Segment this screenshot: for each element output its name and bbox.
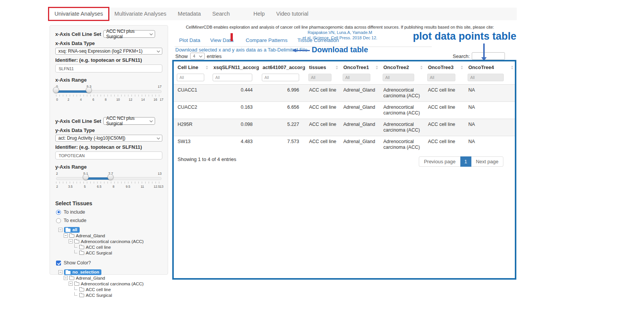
tree-node-adrenal-gland[interactable]: Adrenal_Gland: [64, 233, 162, 238]
exclude-radio-row[interactable]: To exclude: [56, 218, 162, 223]
collapse-icon[interactable]: [64, 276, 68, 280]
y-cell-line-set-select[interactable]: ACC NCI plus Surgical: [103, 117, 155, 125]
tree-node-acc-surgical[interactable]: ACC Surgical: [74, 292, 162, 298]
column-header-oncotree4[interactable]: OncoTree4: [465, 61, 515, 72]
x-data-type-select[interactable]: xsq: RNA-seq Expression (log2 FPKM+1): [55, 48, 162, 55]
exclude-radio[interactable]: [56, 218, 61, 223]
tree-node-all[interactable]: all: [58, 227, 162, 233]
y-data-type-select[interactable]: act: Drug Activity (-log10[IC50M]): [55, 135, 162, 142]
filter-input-oncotree4[interactable]: [468, 74, 504, 81]
tab-tissue-correlation[interactable]: Tissue Correlation: [297, 37, 339, 43]
nav-item-search[interactable]: Search: [207, 8, 235, 20]
selected-value: xsq: RNA-seq Expression (log2 FPKM+1): [58, 48, 143, 54]
plot-data-table: Cell Line xsqSLFN11_accorg act641007_acc…: [174, 61, 515, 153]
y-range-label: y-Axis Range: [55, 164, 162, 170]
column-header-oncotree3[interactable]: OncoTree3: [424, 61, 465, 72]
table-row-sw13[interactable]: SW13 4.483 7.573 ACC cell line Adrenal_G…: [174, 136, 515, 153]
column-header-act641007[interactable]: act641007_accorg: [259, 61, 305, 72]
entries-count-select[interactable]: 4: [190, 53, 205, 60]
column-header-oncotree1[interactable]: OncoTree1: [340, 61, 380, 72]
next-page-button[interactable]: Next page: [471, 156, 503, 167]
chevron-down-icon: [157, 49, 160, 52]
chevron-down-icon: [149, 119, 152, 122]
page-number-button[interactable]: 1: [460, 156, 471, 167]
search-label: Search:: [453, 53, 470, 59]
chevron-down-icon: [157, 136, 160, 139]
tab-view-data[interactable]: View Data: [210, 37, 236, 43]
show-entries-control: Show 4 entries: [175, 53, 222, 60]
tree-node-acc-cell-line[interactable]: ACC cell line: [74, 287, 162, 292]
slider-handle-low[interactable]: [53, 87, 59, 93]
slider-handle-high[interactable]: [107, 174, 114, 180]
x-cell-line-set-select[interactable]: ACC NCI plus Surgical: [103, 30, 155, 38]
table-filter-row: [174, 72, 515, 85]
tree-node-acc-cell-line[interactable]: ACC cell line: [74, 244, 162, 250]
left-arrow-icon: [292, 48, 310, 52]
filter-input-oncotree2[interactable]: [383, 74, 414, 81]
selected-value: ACC NCI plus Surgical: [106, 29, 150, 39]
collapse-icon[interactable]: [64, 233, 68, 238]
tree-node-no-selection[interactable]: no_selection: [58, 269, 162, 275]
plot-data-table-container: Cell Line xsqSLFN11_accorg act641007_acc…: [172, 60, 516, 280]
filter-input-act641007[interactable]: [262, 74, 299, 81]
tab-plot-data[interactable]: Plot Data: [179, 37, 200, 43]
y-identifier-input[interactable]: [55, 151, 162, 159]
filter-input-oncotree3[interactable]: [427, 74, 455, 81]
controls-sidebar: x-Axis Cell Line Set ACC NCI plus Surgic…: [50, 25, 168, 275]
slider-track[interactable]: [56, 90, 162, 93]
y-range-min-value: 2: [56, 172, 58, 175]
table-row-cuacc2[interactable]: CUACC2 0.163 6.656 ACC cell line Adrenal…: [174, 102, 515, 119]
column-header-oncotree2[interactable]: OncoTree2: [380, 61, 424, 72]
collapse-icon[interactable]: [69, 282, 73, 286]
table-row-cuacc1[interactable]: CUACC1 0.444 6.996 ACC cell line Adrenal…: [174, 85, 515, 102]
nav-item-multivariate-analyses[interactable]: Multivariate Analyses: [109, 8, 172, 20]
collapse-icon[interactable]: [58, 228, 62, 232]
pagination: Previous page 1 Next page: [419, 156, 503, 167]
slider-selected-range: [86, 177, 111, 180]
filter-input-tissues[interactable]: [308, 74, 332, 81]
column-header-tissues[interactable]: tissues: [305, 61, 340, 72]
selected-value: act: Drug Activity (-log10[IC50M]): [58, 135, 125, 141]
tissue-include-tree: all Adrenal_Gland Adrenocortical carcino…: [58, 227, 162, 256]
slider-tick-marks: [56, 95, 162, 97]
filter-input-xsqslfn11[interactable]: [213, 74, 252, 81]
tree-connector: [74, 292, 77, 296]
tree-node-acc-carcinoma[interactable]: Adrenocortical carcinoma (ACC): [69, 281, 162, 287]
table-info-text: Showing 1 to 4 of 4 entries: [178, 156, 236, 162]
column-header-xsqslfn11[interactable]: xsqSLFN11_accorg: [210, 61, 259, 72]
table-row-h295r[interactable]: H295R 0.098 5.227 ACC cell line Adrenal_…: [174, 119, 515, 136]
nav-item-univariate-analyses[interactable]: Univariate Analyses: [49, 8, 109, 20]
tree-node-adrenal-gland[interactable]: Adrenal_Gland: [64, 275, 162, 281]
include-radio-row[interactable]: To include: [56, 209, 162, 215]
download-tab-delimited-link[interactable]: Download selected x and y axis data as a…: [175, 47, 308, 53]
column-header-cell-line[interactable]: Cell Line: [174, 61, 210, 72]
show-color-checkbox[interactable]: [56, 261, 61, 266]
slider-handle-low[interactable]: [83, 174, 89, 180]
filter-input-oncotree1[interactable]: [343, 74, 370, 81]
table-search-input[interactable]: [472, 52, 505, 60]
filter-input-cell-line[interactable]: [177, 74, 204, 81]
slider-tick-labels: 2 3.5 5 6.5 8 9.5 11 12.5 13: [56, 185, 162, 189]
nav-item-metadata[interactable]: Metadata: [172, 8, 207, 20]
include-radio[interactable]: [56, 210, 61, 215]
x-identifier-input[interactable]: [55, 64, 162, 72]
show-color-row[interactable]: Show Color?: [56, 260, 162, 266]
sort-icon: [206, 66, 208, 69]
down-arrow-icon: [481, 43, 487, 61]
color-selection-tree: no_selection Adrenal_Gland Adrenocortica…: [58, 269, 162, 298]
nav-item-video-tutorial[interactable]: Video tutorial: [271, 8, 314, 20]
chevron-down-icon: [199, 54, 202, 57]
collapse-icon[interactable]: [69, 239, 73, 243]
citation-authors-link[interactable]: Rajapakse.VN, Luna.A, Yamade.M: [308, 30, 372, 35]
x-data-type-label: x-Axis Data Type: [55, 40, 162, 46]
slider-handle-high[interactable]: [86, 87, 92, 93]
nav-item-help[interactable]: Help: [248, 8, 271, 20]
collapse-icon[interactable]: [58, 270, 62, 274]
select-tissues-title: Select Tissues: [55, 200, 162, 206]
tree-node-acc-surgical[interactable]: ACC Surgical: [74, 250, 162, 256]
table-footer: Showing 1 to 4 of 4 entries Previous pag…: [174, 153, 515, 167]
tab-compare-patterns[interactable]: Compare Patterns: [246, 37, 288, 43]
tree-node-acc-carcinoma[interactable]: Adrenocortical carcinoma (ACC): [69, 238, 162, 244]
chevron-down-icon: [149, 32, 152, 35]
previous-page-button[interactable]: Previous page: [419, 156, 460, 167]
